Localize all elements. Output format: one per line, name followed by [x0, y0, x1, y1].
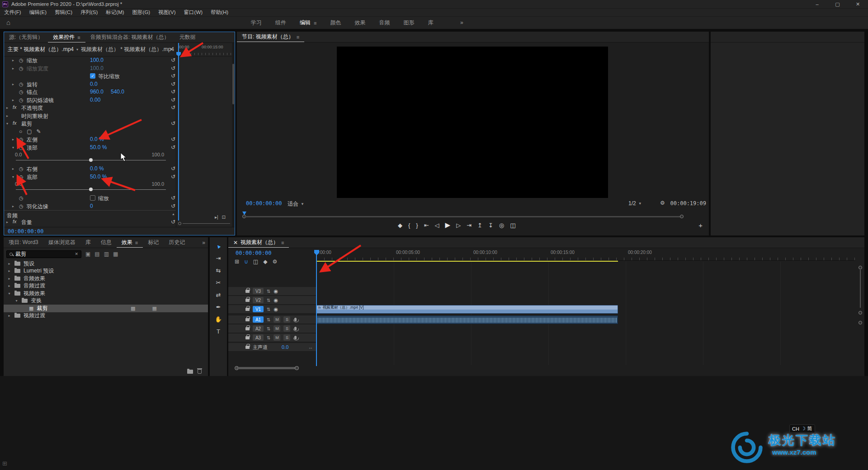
- solo-button[interactable]: S: [283, 316, 290, 323]
- workspace-tab-库[interactable]: 库: [421, 17, 440, 29]
- expand-chevron-icon[interactable]: ▸: [12, 82, 14, 86]
- step-back-button[interactable]: ◁: [435, 222, 439, 229]
- tab-历史记[interactable]: 历史记: [164, 237, 190, 248]
- timeline-timecode[interactable]: 00:00:00:00: [236, 250, 271, 256]
- reset-parameter-icon[interactable]: ↺: [171, 81, 175, 87]
- checkbox[interactable]: [90, 195, 95, 201]
- new-custom-bin-icon[interactable]: ▣: [85, 251, 90, 257]
- sync-lock-icon[interactable]: ⇅: [267, 307, 270, 312]
- property-value[interactable]: 0: [90, 203, 93, 209]
- tab-库[interactable]: 库: [80, 237, 96, 248]
- menu-item[interactable]: 视图(V): [154, 9, 179, 16]
- expand-chevron-icon[interactable]: ▸: [12, 167, 14, 171]
- track-target-box[interactable]: A1: [253, 316, 264, 323]
- tab-overflow-icon[interactable]: »: [202, 237, 208, 248]
- expand-chevron-icon[interactable]: ▸: [7, 314, 11, 318]
- show-keyframes-chevron-icon[interactable]: ▸: [170, 46, 173, 51]
- go-to-out-button[interactable]: ⇥: [467, 222, 472, 229]
- tab-效果[interactable]: 效果≡: [117, 237, 143, 248]
- vertical-scrollbar[interactable]: [860, 270, 861, 308]
- property-value[interactable]: 100.0: [90, 65, 104, 71]
- reset-parameter-icon[interactable]: ↺: [171, 203, 175, 209]
- monitor-scrubber[interactable]: [242, 214, 684, 219]
- expand-chevron-icon[interactable]: ▸: [12, 204, 14, 208]
- track-target-box[interactable]: A3: [253, 334, 264, 341]
- add-marker-button[interactable]: ◆: [398, 222, 402, 229]
- menu-item[interactable]: 序列(S): [76, 9, 102, 16]
- slider-handle[interactable]: [89, 158, 93, 162]
- scroll-handle[interactable]: [178, 222, 181, 225]
- track-lock-icon[interactable]: [245, 299, 250, 302]
- comparison-view-button[interactable]: ◫: [510, 222, 515, 229]
- delete-icon[interactable]: [198, 369, 202, 374]
- reset-parameter-icon[interactable]: ↺: [171, 73, 175, 79]
- solo-button[interactable]: S: [283, 325, 290, 332]
- stopwatch-icon[interactable]: ◷: [19, 89, 24, 95]
- playback-resolution-dropdown[interactable]: 1/2 ▼: [628, 200, 642, 207]
- monitor-settings-icon[interactable]: ⚙: [660, 200, 665, 206]
- reset-parameter-icon[interactable]: ↺: [171, 195, 175, 201]
- tree-effect-row[interactable]: ▦裁剪▩▦: [4, 305, 208, 312]
- tree-bin-row[interactable]: ▸预设: [4, 260, 208, 268]
- close-icon[interactable]: ✕: [233, 240, 238, 246]
- menu-item[interactable]: 文件(F): [0, 9, 25, 16]
- stopwatch-icon[interactable]: ◷: [19, 57, 24, 63]
- property-value[interactable]: 960.0: [90, 89, 104, 95]
- scrubber-track[interactable]: [245, 216, 681, 217]
- search-value[interactable]: 裁剪: [15, 250, 72, 258]
- tree-bin-row[interactable]: ▸Lumetri 预设: [4, 268, 208, 275]
- toggle-effects-icon[interactable]: ⊡: [222, 215, 226, 220]
- tree-bin-row[interactable]: ▸视频过渡: [4, 312, 208, 320]
- master-volume-value[interactable]: 0.0: [282, 344, 288, 350]
- expand-chevron-icon[interactable]: ▸: [7, 284, 11, 288]
- expand-chevron-icon[interactable]: ▾: [12, 146, 14, 150]
- yuv-filter-icon[interactable]: ▦: [113, 251, 118, 257]
- mute-button[interactable]: M: [274, 325, 280, 332]
- track-height-handle[interactable]: [859, 311, 862, 315]
- voiceover-record-icon[interactable]: [294, 318, 297, 321]
- reset-parameter-icon[interactable]: ↺: [171, 165, 175, 172]
- mark-in-button[interactable]: {: [408, 222, 410, 229]
- track-height-handle[interactable]: [859, 321, 862, 324]
- scroll-track[interactable]: [183, 223, 230, 224]
- menu-item[interactable]: 帮助(H): [207, 9, 232, 16]
- minimize-button[interactable]: –: [807, 0, 827, 8]
- track-select-forward-tool[interactable]: ⇥: [213, 254, 224, 263]
- tab-媒体浏览器[interactable]: 媒体浏览器: [43, 237, 80, 248]
- reset-parameter-icon[interactable]: ↺: [171, 136, 175, 142]
- sync-lock-icon[interactable]: ⇅: [267, 298, 270, 303]
- track-target-box[interactable]: V1: [253, 306, 264, 312]
- expand-chevron-icon[interactable]: ▸: [7, 262, 11, 266]
- menu-item[interactable]: 编辑(E): [25, 9, 51, 16]
- track-lock-icon[interactable]: [245, 308, 250, 311]
- workspace-overflow-icon[interactable]: »: [460, 19, 463, 26]
- program-timecode[interactable]: 00:00:00:00: [246, 200, 282, 207]
- sync-lock-icon[interactable]: ⇅: [267, 326, 270, 331]
- reset-parameter-icon[interactable]: ↺: [171, 104, 175, 111]
- zoom-level-dropdown[interactable]: 适合 ▼: [288, 200, 304, 208]
- pen-tool[interactable]: ✒: [213, 302, 224, 312]
- workspace-tab-组件[interactable]: 组件: [269, 17, 293, 29]
- audio-clip[interactable]: [316, 315, 618, 324]
- panel-menu-icon[interactable]: ≡: [135, 240, 138, 245]
- reset-parameter-icon[interactable]: ↺: [171, 89, 175, 95]
- expand-chevron-icon[interactable]: ▸: [6, 220, 8, 224]
- property-value[interactable]: 50.0 %: [90, 174, 107, 180]
- track-lock-icon[interactable]: [245, 318, 250, 321]
- mini-timeline-scrollbar[interactable]: [178, 222, 230, 225]
- tab-标记[interactable]: 标记: [143, 237, 164, 248]
- property-value[interactable]: 50.0 %: [90, 144, 107, 150]
- maximize-button[interactable]: ▢: [827, 0, 848, 8]
- track-lock-icon[interactable]: [245, 346, 250, 349]
- expand-chevron-icon[interactable]: ▾: [12, 175, 14, 179]
- track-target-box[interactable]: A2: [253, 325, 264, 332]
- slider-track[interactable]: [16, 160, 166, 160]
- 32bit-color-filter-icon[interactable]: ▥: [104, 251, 109, 257]
- close-button[interactable]: ✕: [848, 0, 868, 8]
- voiceover-record-icon[interactable]: [294, 327, 297, 330]
- menu-item[interactable]: 窗口(W): [180, 9, 207, 16]
- mini-timeline-ruler[interactable]: 00:00 00:00:15:00: [176, 43, 233, 56]
- chevron-down-icon[interactable]: ▾: [76, 47, 78, 52]
- hand-tool[interactable]: ✋: [213, 315, 224, 324]
- lift-button[interactable]: ↥: [477, 222, 482, 229]
